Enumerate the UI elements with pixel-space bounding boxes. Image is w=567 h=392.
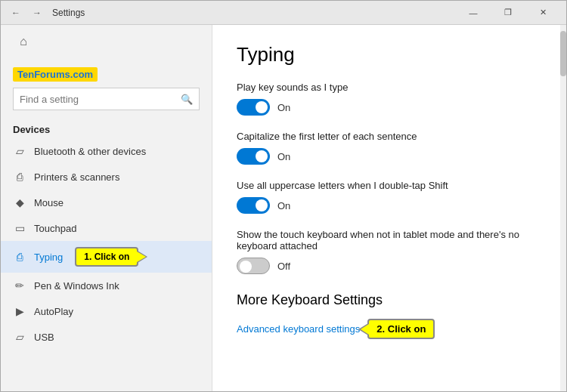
title-bar: ← → Settings — ❐ ✕ bbox=[1, 1, 566, 25]
scrollbar-thumb bbox=[560, 31, 566, 76]
setting-touch-keyboard: Show the touch keyboard when not in tabl… bbox=[237, 229, 542, 274]
sidebar-item-touchpad-label: Touchpad bbox=[34, 223, 76, 234]
sidebar-item-autoplay[interactable]: ▶ AutoPlay bbox=[1, 298, 212, 324]
title-bar-left: ← → Settings bbox=[7, 4, 85, 22]
search-input[interactable] bbox=[20, 94, 181, 105]
toggle-capitalize-state: On bbox=[277, 151, 290, 162]
section-label: Devices bbox=[1, 116, 212, 138]
more-keyboard-heading: More Keyboard Settings bbox=[237, 292, 542, 308]
search-box[interactable]: 🔍 bbox=[13, 88, 200, 110]
sidebar-item-bluetooth[interactable]: ▱ Bluetooth & other devices bbox=[1, 138, 212, 164]
window-title: Settings bbox=[52, 8, 85, 18]
sidebar-item-mouse-label: Mouse bbox=[34, 197, 64, 208]
home-area: ⌂ bbox=[1, 25, 212, 58]
sidebar-item-usb-label: USB bbox=[34, 332, 54, 343]
bluetooth-icon: ▱ bbox=[13, 144, 26, 158]
typing-icon: ⎙ bbox=[13, 250, 26, 264]
settings-window: ← → Settings — ❐ ✕ ⌂ TenForums.com 🔍 bbox=[0, 0, 567, 392]
mouse-icon: ◆ bbox=[13, 196, 26, 209]
toggle-capitalize-knob bbox=[256, 150, 268, 162]
annotation2-callout: 2. Click on bbox=[367, 319, 435, 339]
sidebar: ⌂ TenForums.com 🔍 Devices ▱ Bluetooth & … bbox=[1, 25, 212, 391]
sidebar-item-bluetooth-label: Bluetooth & other devices bbox=[34, 146, 146, 157]
toggle-key-sounds[interactable] bbox=[237, 99, 270, 116]
scrollbar[interactable] bbox=[560, 25, 566, 391]
sidebar-header: TenForums.com 🔍 bbox=[1, 58, 212, 116]
sidebar-item-touchpad[interactable]: ▭ Touchpad bbox=[1, 215, 212, 241]
close-button[interactable]: ✕ bbox=[525, 1, 560, 25]
advanced-keyboard-link[interactable]: Advanced keyboard settings bbox=[237, 323, 360, 335]
toggle-uppercase[interactable] bbox=[237, 197, 270, 214]
autoplay-icon: ▶ bbox=[13, 304, 26, 318]
toggle-touch-keyboard-knob bbox=[240, 261, 252, 273]
window-controls: — ❐ ✕ bbox=[456, 1, 560, 25]
sidebar-item-mouse[interactable]: ◆ Mouse bbox=[1, 190, 212, 215]
nav-buttons: ← → bbox=[7, 4, 46, 22]
annotation1-callout: 1. Click on bbox=[75, 247, 138, 267]
forward-button[interactable]: → bbox=[28, 4, 46, 22]
sidebar-item-usb[interactable]: ▱ USB bbox=[1, 324, 212, 350]
toggle-row-capitalize: On bbox=[237, 148, 542, 165]
link-callout-row: Advanced keyboard settings 2. Click on bbox=[237, 319, 542, 339]
toggle-touch-keyboard-state: Off bbox=[277, 261, 290, 272]
toggle-row-key-sounds: On bbox=[237, 99, 542, 116]
home-button[interactable]: ⌂ bbox=[13, 31, 34, 52]
setting-touch-keyboard-label: Show the touch keyboard when not in tabl… bbox=[237, 229, 542, 252]
toggle-touch-keyboard[interactable] bbox=[237, 258, 270, 274]
watermark: TenForums.com bbox=[13, 67, 98, 82]
touchpad-icon: ▭ bbox=[13, 221, 26, 235]
toggle-uppercase-state: On bbox=[277, 200, 290, 211]
setting-uppercase: Use all uppercase letters when I double-… bbox=[237, 180, 542, 214]
maximize-button[interactable]: ❐ bbox=[491, 1, 525, 25]
sidebar-item-autoplay-label: AutoPlay bbox=[34, 306, 73, 317]
toggle-key-sounds-state: On bbox=[277, 102, 290, 113]
toggle-row-touch-keyboard: Off bbox=[237, 258, 542, 274]
printer-icon: ⎙ bbox=[13, 170, 26, 184]
minimize-button[interactable]: — bbox=[456, 1, 491, 25]
setting-key-sounds-label: Play key sounds as I type bbox=[237, 82, 542, 93]
setting-uppercase-label: Use all uppercase letters when I double-… bbox=[237, 180, 542, 191]
setting-capitalize-label: Capitalize the first letter of each sent… bbox=[237, 131, 542, 142]
usb-icon: ▱ bbox=[13, 330, 26, 344]
setting-capitalize: Capitalize the first letter of each sent… bbox=[237, 131, 542, 165]
toggle-capitalize[interactable] bbox=[237, 148, 270, 165]
toggle-row-uppercase: On bbox=[237, 197, 542, 214]
toggle-uppercase-knob bbox=[256, 199, 268, 211]
main-content: Typing Play key sounds as I type On Capi… bbox=[212, 25, 566, 391]
toggle-key-sounds-knob bbox=[256, 101, 268, 113]
page-title: Typing bbox=[237, 43, 542, 66]
sidebar-item-typing[interactable]: ⎙ Typing 1. Click on bbox=[1, 241, 212, 273]
setting-key-sounds: Play key sounds as I type On bbox=[237, 82, 542, 116]
sidebar-item-printers[interactable]: ⎙ Printers & scanners bbox=[1, 164, 212, 190]
back-button[interactable]: ← bbox=[7, 4, 25, 22]
search-icon: 🔍 bbox=[181, 94, 193, 105]
content-area: ⌂ TenForums.com 🔍 Devices ▱ Bluetooth & … bbox=[1, 25, 566, 391]
sidebar-item-pen[interactable]: ✏ Pen & Windows Ink bbox=[1, 273, 212, 298]
pen-icon: ✏ bbox=[13, 279, 26, 292]
sidebar-item-printers-label: Printers & scanners bbox=[34, 171, 119, 183]
sidebar-item-pen-label: Pen & Windows Ink bbox=[34, 280, 119, 292]
sidebar-item-typing-label: Typing bbox=[34, 252, 63, 263]
